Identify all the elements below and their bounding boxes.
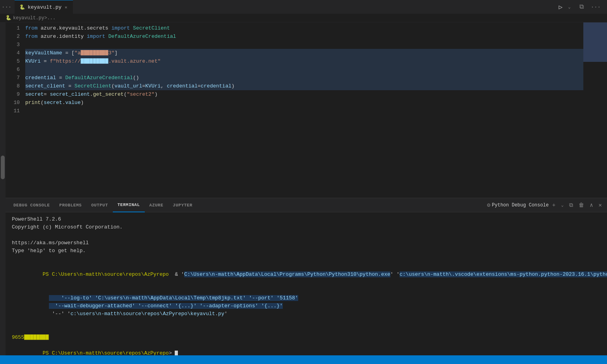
breadcrumb-file-icon: 🐍 [6, 15, 11, 21]
tab-azure[interactable]: AZURE [145, 198, 168, 212]
left-scrollbar[interactable] [0, 22, 6, 355]
run-button[interactable]: ▷ [557, 2, 564, 12]
maximize-panel-button[interactable]: ∧ [588, 201, 595, 209]
code-line-5: KVUri = f"https://█████████.vault.azure.… [25, 57, 607, 65]
editor-panel-column: 1 2 3 4 5 6 7 8 9 10 11 from azure.keyva… [6, 22, 607, 355]
line-numbers: 1 2 3 4 5 6 7 8 9 10 11 [6, 24, 25, 196]
breadcrumb-rest[interactable]: ... [47, 15, 56, 21]
main-layout: 1 2 3 4 5 6 7 8 9 10 11 from azure.keyva… [0, 22, 607, 355]
terminal-line-3 [12, 231, 601, 239]
add-terminal-button[interactable]: + [550, 201, 557, 209]
terminal-content[interactable]: PowerShell 7.2.6 Copyright (c) Microsoft… [6, 212, 607, 355]
code-line-7: credential = DefaultAzureCredential() [25, 74, 607, 82]
editor-top-actions: ▷ ⌄ ⧉ ··· [557, 2, 605, 12]
terminal-line-2: Copyright (c) Microsoft Corporation. [12, 223, 601, 231]
terminal-line-5: Type 'help' to get help. [12, 247, 601, 255]
split-editor-button[interactable]: ⧉ [578, 2, 585, 11]
code-line-11 [25, 107, 607, 115]
code-line-8: secret_client = SecretClient(vault_url=K… [25, 82, 607, 90]
editor-area[interactable]: 1 2 3 4 5 6 7 8 9 10 11 from azure.keyva… [6, 22, 607, 198]
terminal-line-6 [12, 255, 601, 263]
split-terminal-button[interactable]: ⧉ [567, 201, 575, 209]
breadcrumb: 🐍 keyavult.py > ... [0, 14, 607, 22]
tab-output[interactable]: OUTPUT [86, 198, 113, 212]
more-actions-button[interactable]: ··· [589, 3, 602, 11]
minimap-selection [583, 22, 607, 62]
code-line-4: keyVaultName = ["a█████████3"] [25, 49, 607, 57]
tab-jupyter[interactable]: JUPYTER [168, 198, 197, 212]
tab-bar-overflow[interactable]: ··· [2, 4, 11, 10]
python-file-icon: 🐍 [19, 4, 25, 10]
terminal-line-10: 9655████████ [12, 334, 601, 342]
code-line-2: from azure.identity import DefaultAzureC… [25, 32, 607, 41]
breadcrumb-separator: > [44, 15, 47, 21]
scrollbar-thumb[interactable] [1, 156, 5, 179]
close-panel-button[interactable]: ✕ [597, 201, 604, 209]
status-bar [0, 355, 607, 364]
terminal-line-8: '--log-to' 'C:\users\n-matth\AppData\Loc… [12, 286, 601, 326]
tab-label: keyavult.py [28, 4, 62, 10]
code-line-10: print(secret.value) [25, 98, 607, 107]
tab-close-button[interactable]: ✕ [64, 4, 68, 11]
code-line-6 [25, 65, 607, 74]
file-tab-keyavult[interactable]: 🐍 keyavult.py ✕ [15, 0, 73, 14]
code-container: 1 2 3 4 5 6 7 8 9 10 11 from azure.keyva… [6, 22, 607, 198]
terminal-line-7: PS C:\Users\n-matth\source\repos\AzPyrep… [12, 263, 601, 286]
code-editor[interactable]: from azure.keyvault.secrets import Secre… [25, 24, 607, 196]
code-line-3 [25, 41, 607, 49]
panel-area: DEBUG CONSOLE PROBLEMS OUTPUT TERMINAL A… [6, 198, 607, 355]
code-line-1: from azure.keyvault.secrets import Secre… [25, 24, 607, 32]
debug-console-gear-icon: ⚙ [487, 202, 490, 208]
breadcrumb-file[interactable]: keyavult.py [13, 15, 44, 21]
terminal-line-11: PS C:\Users\n-matth\source\repos\AzPyrep… [12, 342, 601, 355]
minimap [583, 22, 607, 198]
run-dropdown-button[interactable]: ⌄ [566, 4, 572, 10]
tab-problems[interactable]: PROBLEMS [54, 198, 86, 212]
panel-tab-bar: DEBUG CONSOLE PROBLEMS OUTPUT TERMINAL A… [6, 198, 607, 212]
tab-terminal[interactable]: TERMINAL [113, 198, 145, 212]
terminal-cursor [175, 351, 178, 355]
terminal-line-9 [12, 326, 601, 334]
console-label: Python Debug Console [492, 202, 549, 208]
delete-terminal-button[interactable]: 🗑 [577, 201, 586, 209]
tab-debug-console[interactable]: DEBUG CONSOLE [9, 198, 54, 212]
terminal-line-4: https://aka.ms/powershell [12, 239, 601, 247]
code-line-9: secret= secret_client.get_secret("secret… [25, 90, 607, 98]
tab-bar: ··· 🐍 keyavult.py ✕ ▷ ⌄ ⧉ ··· [0, 0, 607, 14]
panel-right-actions: ⚙ Python Debug Console + ⌄ ⧉ 🗑 ∧ ✕ [487, 201, 604, 209]
status-bar-content [3, 355, 604, 364]
terminal-line-1: PowerShell 7.2.6 [12, 215, 601, 223]
terminal-dropdown-button[interactable]: ⌄ [559, 202, 566, 208]
